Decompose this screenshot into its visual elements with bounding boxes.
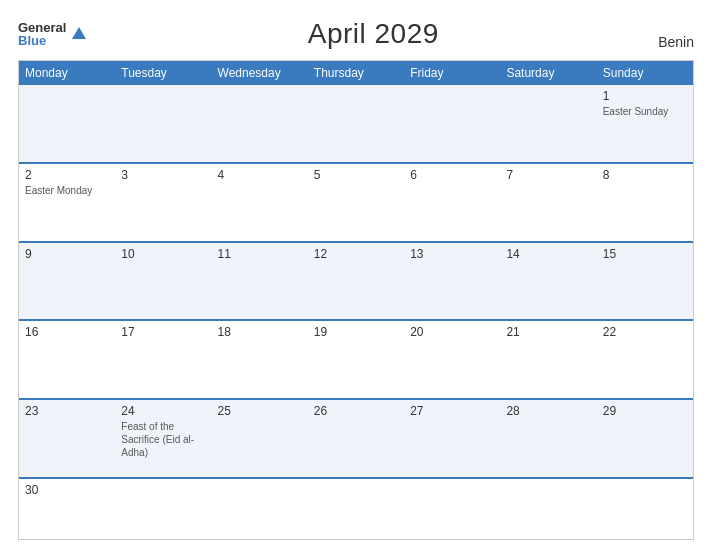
cell-date: 9	[25, 247, 109, 261]
cell-date: 7	[506, 168, 590, 182]
calendar-cell: 16	[19, 321, 115, 398]
calendar-cell: 6	[404, 164, 500, 241]
weekday-header: Wednesday	[212, 61, 308, 85]
cell-date: 3	[121, 168, 205, 182]
calendar-cell: 30	[19, 479, 115, 539]
calendar: MondayTuesdayWednesdayThursdayFridaySatu…	[18, 60, 694, 540]
calendar-cell: 10	[115, 243, 211, 320]
calendar-cell	[500, 85, 596, 162]
calendar-cell: 4	[212, 164, 308, 241]
calendar-cell: 14	[500, 243, 596, 320]
calendar-cell: 3	[115, 164, 211, 241]
weekday-header: Friday	[404, 61, 500, 85]
cell-date: 19	[314, 325, 398, 339]
country-label: Benin	[658, 34, 694, 50]
calendar-cell: 20	[404, 321, 500, 398]
cell-event: Easter Monday	[25, 185, 92, 196]
calendar-cell	[19, 85, 115, 162]
calendar-cell: 23	[19, 400, 115, 477]
calendar-cell	[308, 479, 404, 539]
cell-date: 14	[506, 247, 590, 261]
weekday-header: Sunday	[597, 61, 693, 85]
calendar-row: 2324Feast of the Sacrifice (Eid al-Adha)…	[19, 398, 693, 477]
calendar-row: 9101112131415	[19, 241, 693, 320]
cell-date: 11	[218, 247, 302, 261]
cell-date: 23	[25, 404, 109, 418]
calendar-cell: 8	[597, 164, 693, 241]
header: General Blue April 2029 Benin	[18, 18, 694, 50]
calendar-row: 1Easter Sunday	[19, 85, 693, 162]
cell-date: 8	[603, 168, 687, 182]
cell-date: 29	[603, 404, 687, 418]
calendar-body: 1Easter Sunday2Easter Monday345678910111…	[19, 85, 693, 539]
calendar-title: April 2029	[308, 18, 439, 50]
page: General Blue April 2029 Benin MondayTues…	[0, 0, 712, 550]
calendar-cell: 21	[500, 321, 596, 398]
cell-date: 30	[25, 483, 109, 497]
calendar-row: 16171819202122	[19, 319, 693, 398]
cell-event: Easter Sunday	[603, 106, 669, 117]
logo-icon	[70, 25, 88, 43]
calendar-cell: 12	[308, 243, 404, 320]
calendar-cell	[115, 479, 211, 539]
calendar-header: MondayTuesdayWednesdayThursdayFridaySatu…	[19, 61, 693, 85]
calendar-cell: 1Easter Sunday	[597, 85, 693, 162]
cell-date: 24	[121, 404, 205, 418]
calendar-cell: 24Feast of the Sacrifice (Eid al-Adha)	[115, 400, 211, 477]
calendar-cell: 17	[115, 321, 211, 398]
calendar-cell: 5	[308, 164, 404, 241]
calendar-cell: 27	[404, 400, 500, 477]
cell-date: 18	[218, 325, 302, 339]
weekday-header: Monday	[19, 61, 115, 85]
calendar-cell: 26	[308, 400, 404, 477]
cell-date: 16	[25, 325, 109, 339]
calendar-cell	[500, 479, 596, 539]
calendar-cell	[115, 85, 211, 162]
calendar-row: 30	[19, 477, 693, 539]
calendar-cell: 2Easter Monday	[19, 164, 115, 241]
calendar-cell: 15	[597, 243, 693, 320]
calendar-cell	[597, 479, 693, 539]
calendar-cell	[308, 85, 404, 162]
calendar-cell	[212, 85, 308, 162]
cell-date: 22	[603, 325, 687, 339]
calendar-cell: 7	[500, 164, 596, 241]
cell-date: 13	[410, 247, 494, 261]
calendar-cell: 9	[19, 243, 115, 320]
calendar-cell	[404, 479, 500, 539]
logo: General Blue	[18, 21, 88, 47]
cell-date: 21	[506, 325, 590, 339]
calendar-cell	[212, 479, 308, 539]
calendar-cell: 11	[212, 243, 308, 320]
cell-date: 12	[314, 247, 398, 261]
cell-date: 5	[314, 168, 398, 182]
cell-date: 2	[25, 168, 109, 182]
svg-marker-0	[72, 27, 86, 39]
cell-date: 28	[506, 404, 590, 418]
weekday-header: Thursday	[308, 61, 404, 85]
cell-date: 15	[603, 247, 687, 261]
calendar-cell: 19	[308, 321, 404, 398]
cell-date: 1	[603, 89, 687, 103]
weekday-header: Saturday	[500, 61, 596, 85]
cell-date: 26	[314, 404, 398, 418]
cell-date: 10	[121, 247, 205, 261]
cell-event: Feast of the Sacrifice (Eid al-Adha)	[121, 421, 194, 458]
calendar-cell: 25	[212, 400, 308, 477]
calendar-cell: 18	[212, 321, 308, 398]
calendar-cell: 13	[404, 243, 500, 320]
cell-date: 6	[410, 168, 494, 182]
weekday-header: Tuesday	[115, 61, 211, 85]
calendar-cell: 22	[597, 321, 693, 398]
calendar-row: 2Easter Monday345678	[19, 162, 693, 241]
calendar-cell: 29	[597, 400, 693, 477]
logo-blue: Blue	[18, 34, 66, 47]
cell-date: 4	[218, 168, 302, 182]
calendar-cell: 28	[500, 400, 596, 477]
calendar-cell	[404, 85, 500, 162]
cell-date: 25	[218, 404, 302, 418]
cell-date: 20	[410, 325, 494, 339]
cell-date: 27	[410, 404, 494, 418]
cell-date: 17	[121, 325, 205, 339]
